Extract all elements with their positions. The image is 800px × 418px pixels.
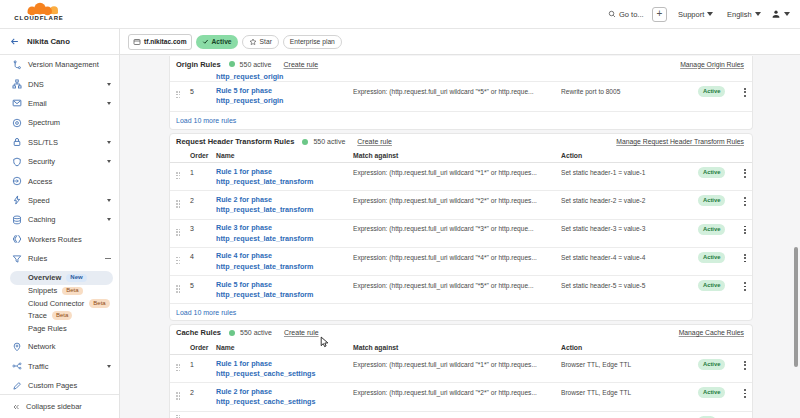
load-more-link[interactable]: Load 10 more rules [170, 304, 752, 321]
chevron-down-icon [755, 12, 761, 16]
collapse-sidebar-button[interactable]: Collapse sidebar [0, 394, 119, 418]
rule-action: Set static header-4 = value-4 [561, 248, 698, 275]
kebab-menu[interactable] [741, 355, 753, 382]
sidebar: Nikita Cano Version ManagementDNSEmailSp… [0, 29, 120, 418]
account-header[interactable]: Nikita Cano [0, 29, 119, 55]
table-row: 2Rule 2 for phasehttp_request_late_trans… [170, 191, 752, 219]
drag-handle-icon[interactable] [174, 383, 190, 410]
language-menu[interactable]: English [727, 0, 761, 28]
manage-rules-link[interactable]: Manage Cache Rules [679, 329, 744, 336]
sidebar-item-dns[interactable]: DNS [0, 74, 119, 93]
rule-action: Set static header-1 = value-1 [561, 163, 698, 190]
add-site-button[interactable]: + [652, 7, 667, 22]
sidebar-item-security[interactable]: Security [0, 152, 119, 171]
sidebar-item-email[interactable]: Email [0, 94, 119, 113]
rule-name-link[interactable]: Rule 5 for phasehttp_request_origin [216, 82, 353, 111]
rule-order: 4 [190, 248, 216, 275]
sidebar-item-cloud-connector[interactable]: Cloud ConnectorBeta [0, 297, 119, 309]
col-order: Order [190, 344, 216, 351]
sidebar-item-spectrum[interactable]: Spectrum [0, 113, 119, 132]
section-title: Cache Rules [176, 328, 221, 337]
sidebar-item-snippets[interactable]: SnippetsBeta [0, 285, 119, 297]
drag-handle-icon[interactable] [174, 355, 190, 382]
rule-name-link[interactable]: Rule 1 for phasehttp_request_late_transf… [216, 163, 353, 190]
create-rule-link[interactable]: Create rule [357, 138, 392, 145]
drag-handle-icon[interactable] [174, 163, 190, 190]
manage-rules-link[interactable]: Manage Request Header Transform Rules [616, 138, 744, 145]
status-badge: Active [698, 276, 741, 303]
kebab-menu[interactable] [741, 163, 753, 190]
status-badge: Active [698, 220, 741, 247]
sidebar-item-caching[interactable]: Caching [0, 210, 119, 229]
create-rule-link[interactable]: Create rule [284, 61, 319, 68]
table-row: 1Rule 1 for phasehttp_request_cache_sett… [170, 355, 752, 383]
drag-handle-icon[interactable] [174, 220, 190, 247]
star-button[interactable]: Star [242, 35, 279, 49]
sidebar-item-page-rules[interactable]: Page Rules [0, 322, 119, 334]
caching-icon [12, 215, 22, 225]
support-menu[interactable]: Support [678, 0, 713, 28]
search-icon [608, 10, 616, 18]
kebab-menu[interactable] [741, 82, 753, 111]
chevron-down-icon [107, 83, 111, 86]
status-badge: Active [698, 355, 741, 382]
kebab-menu[interactable] [741, 248, 753, 275]
back-arrow-icon[interactable] [10, 37, 19, 46]
rhtr-header: Request Header Transform Rules 550 activ… [170, 134, 752, 149]
goto-search[interactable]: Go to... [608, 0, 644, 28]
col-match: Match against [353, 152, 561, 159]
rule-match: Expression: (http.request.full_uri wildc… [353, 276, 561, 303]
kebab-menu[interactable] [741, 191, 753, 218]
drag-handle-icon[interactable] [174, 412, 190, 418]
ssl-tls-icon [12, 137, 22, 147]
drag-handle-icon[interactable] [174, 248, 190, 275]
account-name: Nikita Cano [27, 37, 70, 46]
scrollbar-thumb[interactable] [794, 247, 798, 367]
kebab-menu[interactable] [741, 220, 753, 247]
table-row: 5Rule 5 for phasehttp_request_late_trans… [170, 276, 752, 304]
rule-name-link[interactable]: Rule 5 for phasehttp_request_late_transf… [216, 276, 353, 303]
rule-action: Browser TTL, Edge TTL [561, 383, 698, 410]
drag-handle-icon[interactable] [174, 276, 190, 303]
new-badge: New [66, 274, 86, 283]
sidebar-item-network[interactable]: Network [0, 337, 119, 356]
origin-rules-header: Origin Rules 550 active Create rule Mana… [170, 56, 752, 72]
status-badge: Active [698, 383, 741, 410]
rule-name-link[interactable]: Rule 2 for phasehttp_request_late_transf… [216, 191, 353, 218]
create-rule-link[interactable]: Create rule [284, 329, 319, 336]
chevron-down-icon [707, 12, 713, 16]
sidebar-item-trace[interactable]: TraceBeta [0, 309, 119, 321]
table-row: 2Rule 2 for phasehttp_request_cache_sett… [170, 383, 752, 411]
rule-action: Set static header-2 = value-2 [561, 191, 698, 218]
sidebar-item-ssl-tls[interactable]: SSL/TLS [0, 133, 119, 152]
sidebar-item-traffic[interactable]: Traffic [0, 357, 119, 376]
manage-rules-link[interactable]: Manage Origin Rules [680, 61, 744, 68]
load-more-link[interactable]: Load 10 more rules [170, 112, 752, 129]
sidebar-item-rules[interactable]: Rules [0, 249, 119, 268]
status-badge [698, 412, 741, 418]
drag-handle-icon[interactable] [174, 82, 190, 111]
table-column-headers: Order Name Match against Action [170, 149, 752, 163]
rule-action: Browser TTL, Edge TTL [561, 355, 698, 382]
sidebar-item-overview[interactable]: OverviewNew [10, 271, 113, 284]
rule-name-link[interactable]: Rule 3 for phasehttp_request_late_transf… [216, 220, 353, 247]
kebab-menu[interactable] [741, 383, 753, 410]
rule-name-link[interactable]: Rule 2 for phasehttp_request_cache_setti… [216, 383, 353, 410]
email-icon [12, 98, 22, 108]
cloudflare-logo[interactable]: CLOUDFLARE [8, 2, 70, 26]
col-name: Name [216, 152, 353, 159]
user-menu[interactable] [771, 0, 790, 28]
rule-name-link[interactable]: Rule 1 for phasehttp_request_cache_setti… [216, 355, 353, 382]
rule-name-link[interactable]: http_request_origin [216, 72, 516, 83]
sidebar-item-speed[interactable]: Speed [0, 191, 119, 210]
domain-selector[interactable]: tf.nikitac.com [128, 34, 192, 50]
rule-name-link[interactable]: Rule 4 for phasehttp_request_late_transf… [216, 248, 353, 275]
sidebar-item-custom-pages[interactable]: Custom Pages [0, 376, 119, 395]
sidebar-item-workers-routes[interactable]: Workers Routes [0, 230, 119, 249]
kebab-menu[interactable] [741, 276, 753, 303]
spectrum-icon [12, 118, 22, 128]
drag-handle-icon[interactable] [174, 191, 190, 218]
rule-order: 2 [190, 383, 216, 410]
sidebar-item-access[interactable]: Access [0, 171, 119, 190]
sidebar-item-version-management[interactable]: Version Management [0, 55, 119, 74]
